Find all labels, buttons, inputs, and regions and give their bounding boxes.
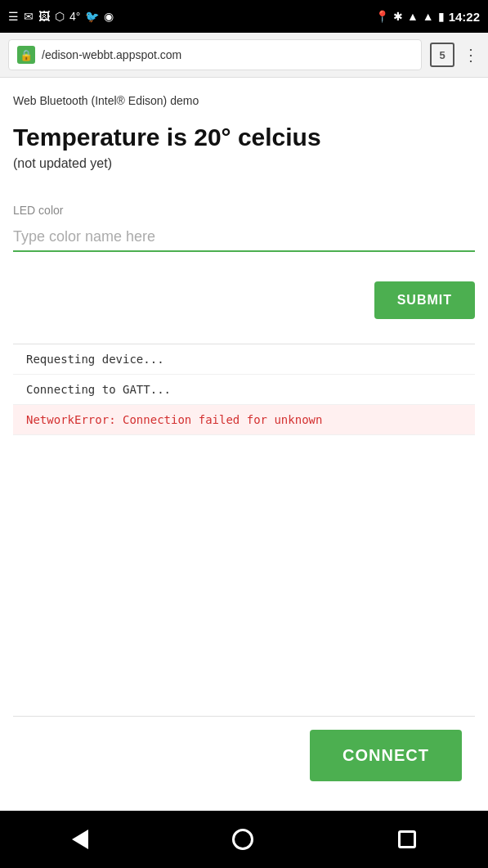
hamburger-icon: ☰: [8, 10, 19, 23]
browser-chrome: 🔒 /edison-webbt.appspot.com 5 ⋮: [0, 33, 488, 78]
signal-icon: ▲: [423, 10, 434, 23]
led-color-input[interactable]: [13, 223, 475, 252]
log-line-2: Connecting to GATT...: [13, 375, 475, 405]
recents-button[interactable]: [398, 830, 416, 848]
temperature-heading: Temperature is 20° celcius: [13, 124, 475, 151]
mail-icon: ✉: [24, 10, 34, 23]
log-area: Requesting device... Connecting to GATT.…: [13, 344, 475, 435]
status-bar-right: 📍 ✱ ▲ ▲ ▮ 14:22: [375, 10, 480, 24]
back-button[interactable]: [72, 830, 88, 849]
battery-icon: ▮: [438, 10, 445, 23]
wifi-icon: ▲: [407, 10, 419, 23]
status-bar: ☰ ✉ 🖼 ⬡ 4° 🐦 ◉ 📍 ✱ ▲ ▲ ▮ 14:22: [0, 0, 488, 33]
page-subtitle: Web Bluetooth (Intel® Edison) demo: [13, 94, 475, 107]
address-bar[interactable]: 🔒 /edison-webbt.appspot.com: [8, 39, 422, 70]
location-icon: 📍: [375, 10, 389, 23]
submit-button[interactable]: SUBMIT: [374, 281, 475, 319]
secure-icon: 🔒: [17, 46, 35, 64]
submit-btn-row: SUBMIT: [13, 281, 475, 319]
bluetooth-icon: ✱: [393, 10, 403, 23]
log-line-error: NetworkError: Connection failed for unkn…: [13, 405, 475, 435]
led-label: LED color: [13, 204, 475, 217]
browser-menu-icon[interactable]: ⋮: [463, 45, 480, 65]
home-button[interactable]: [232, 829, 253, 850]
twitter-icon: 🐦: [85, 10, 99, 23]
main-content: Web Bluetooth (Intel® Edison) demo Tempe…: [0, 78, 488, 811]
connect-button[interactable]: CONNECT: [310, 730, 462, 781]
image-icon: 🖼: [38, 10, 50, 23]
log-line-1: Requesting device...: [13, 344, 475, 375]
url-text: /edison-webbt.appspot.com: [42, 48, 181, 61]
tab-count[interactable]: 5: [430, 43, 454, 67]
temperature-note: (not updated yet): [13, 156, 475, 171]
led-section: LED color: [13, 204, 475, 252]
temperature-reading: 4°: [69, 10, 80, 23]
connect-area: CONNECT: [13, 716, 475, 794]
lock-icon: 🔒: [20, 49, 33, 61]
clock: 14:22: [449, 10, 480, 24]
bottom-nav: [0, 811, 488, 868]
mountain-icon: ⬡: [55, 10, 65, 23]
chrome-icon: ◉: [104, 10, 114, 23]
status-bar-left: ☰ ✉ 🖼 ⬡ 4° 🐦 ◉: [8, 10, 114, 23]
